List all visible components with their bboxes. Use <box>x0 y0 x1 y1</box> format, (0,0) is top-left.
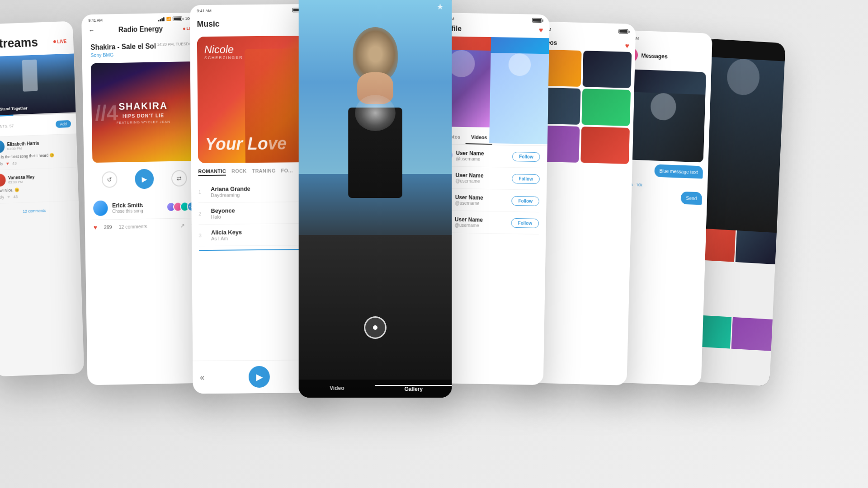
genre-romantic[interactable]: ROMANTIC <box>198 169 226 176</box>
comments-link[interactable]: 12 comments <box>23 208 46 214</box>
follow-btn-2[interactable]: Follow <box>512 174 539 183</box>
prev-btn[interactable]: « <box>200 373 204 382</box>
video-tab-video[interactable]: Video <box>299 385 375 392</box>
follow-item-2: User Name @username Follow <box>437 166 540 190</box>
comment-2: Vanessa May 03:30 PM Wow! Nice. 😊 Reply … <box>0 167 79 204</box>
chat-name: Messages <box>641 52 668 60</box>
right-thumb-2 <box>735 230 777 264</box>
likes-count-2: 43 <box>14 194 18 199</box>
track-artist-2: Halo <box>211 213 308 220</box>
play-dot <box>373 325 377 330</box>
album-title: SHAKIRA <box>116 99 170 112</box>
track-num-2: 2 <box>198 211 208 216</box>
signal-bars <box>158 17 164 21</box>
chat-bubble-sent-2: Send <box>681 192 703 205</box>
follow-sub-1: @username <box>456 156 512 162</box>
comment-time-2: 03:30 PM <box>8 179 35 184</box>
follow-name-3: User Name <box>455 194 512 201</box>
track-info-1: Ariana Grande Daydreaming <box>211 185 307 198</box>
video-thumb-6[interactable] <box>580 127 630 164</box>
comments-radio[interactable]: 12 comments <box>119 224 147 230</box>
comment-time-1: 03:30 PM <box>7 145 39 151</box>
comment-text-1: This is the best song that I heard 😊 <box>0 152 72 160</box>
follow-name-4: User Name <box>455 216 511 223</box>
repeat-btn[interactable]: ↺ <box>102 171 118 188</box>
likes-count-1: 43 <box>12 161 17 165</box>
follow-btn-4[interactable]: Follow <box>511 218 539 228</box>
play-btn-radio[interactable]: ▶ <box>135 169 154 189</box>
radio-album-art: //4 SHAKIRA HIPS DON'T LIE FEATURING WYC… <box>91 61 196 163</box>
video-thumb-4[interactable] <box>581 89 631 126</box>
follow-name-2: User Name <box>456 172 512 179</box>
profile-img-2 <box>490 37 549 128</box>
video-thumb-2[interactable] <box>582 51 632 88</box>
stream-info: EVENTS, 57 Add <box>0 113 76 136</box>
follow-sub-2: @username <box>455 178 512 184</box>
right-person <box>726 58 760 96</box>
album-song-title: Your Love <box>205 134 287 154</box>
music-title: Music <box>197 19 220 28</box>
card-video: ★ Video Gallery <box>299 0 452 398</box>
smoke-effect <box>355 95 396 131</box>
genre-training[interactable]: TRANING <box>252 168 276 175</box>
track-name-2: Beyonce <box>211 206 307 214</box>
comment-1: Elizabeth Harris 03:30 PM This is the be… <box>0 134 77 170</box>
stream-thumbnail[interactable]: Must Stand Together <box>0 54 75 116</box>
video-bottom-nav: Video Gallery <box>299 380 452 398</box>
video-tab-gallery[interactable]: Gallery <box>375 385 452 392</box>
streams-title: Streams <box>0 35 38 51</box>
chat-bubble-sent-1: Blue message text <box>654 164 703 178</box>
follow-sub-4: @username <box>455 222 511 228</box>
radio-user-action: Chose this song <box>112 208 143 214</box>
follow-item-1: User Name @username Follow <box>438 144 540 168</box>
listener-avatar-1 <box>166 202 176 212</box>
track-info-3: Alicia Keys As I Am <box>211 228 308 241</box>
video-play-indicator[interactable] <box>364 316 387 339</box>
album-featuring: FEATURING WYCLEF JEAN <box>117 119 170 124</box>
track-num-3: 3 <box>199 232 208 238</box>
live-badge-streams: LIVE <box>53 39 67 44</box>
radio-song-artist: Sony BMG <box>90 51 156 58</box>
profile-heart: ♥ <box>539 26 543 34</box>
track-artist-3: As I Am <box>211 235 308 241</box>
track-name-3: Alicia Keys <box>211 228 308 236</box>
track-artist-1: Daydreaming <box>211 192 307 198</box>
tab-videos[interactable]: Videos <box>466 131 493 145</box>
track-info-2: Beyonce Halo <box>211 206 307 220</box>
video-person <box>335 27 415 298</box>
follow-btn-1[interactable]: Follow <box>512 151 540 161</box>
likes-count-radio: 269 <box>104 224 112 230</box>
follow-item-3: User Name @username Follow <box>437 188 540 212</box>
genre-more[interactable]: FO... <box>281 168 293 175</box>
album-subtitle: HIPS DON'T LIE <box>116 112 170 118</box>
play-btn-music[interactable]: ▶ <box>249 366 270 388</box>
follow-item-4: User Name @username Follow <box>437 211 539 235</box>
right-thumb-4 <box>731 317 773 351</box>
track-num-1: 1 <box>198 189 208 194</box>
share-icon-radio[interactable]: ↗ <box>180 222 185 229</box>
radio-title: Radio Energy <box>98 24 184 34</box>
stream-events: EVENTS, 57 <box>0 124 14 129</box>
follow-btn-3[interactable]: Follow <box>512 196 539 206</box>
add-button[interactable]: Add <box>56 120 71 128</box>
follow-name-1: User Name <box>456 150 512 157</box>
live-dot <box>53 40 56 43</box>
comment-text-2: Wow! Nice. 😊 <box>0 186 73 193</box>
genre-rock[interactable]: ROCK <box>231 168 247 175</box>
follow-sub-3: @username <box>455 200 511 206</box>
